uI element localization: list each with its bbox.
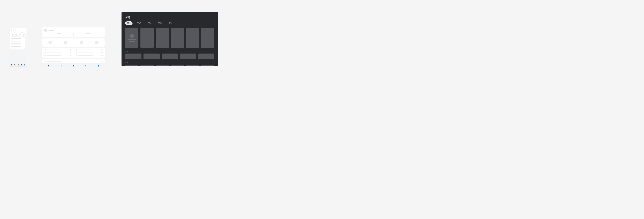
list-item[interactable] — [11, 40, 26, 40]
text-placeholder — [47, 52, 62, 53]
nav-tab-active[interactable]: 页签 — [24, 64, 25, 66]
text-placeholder — [47, 61, 62, 62]
circle-placeholder — [12, 34, 14, 36]
content-card[interactable] — [171, 28, 184, 48]
circle-placeholder — [15, 34, 17, 36]
tab-active[interactable]: 页签 — [125, 22, 132, 25]
nav-label: 页签 — [48, 66, 49, 67]
dot-icon — [76, 49, 77, 51]
text-placeholder — [12, 43, 21, 44]
content-card[interactable] — [140, 65, 154, 66]
tab[interactable]: 页签 — [156, 22, 164, 25]
nav-tab[interactable]: 页签 — [73, 65, 74, 67]
text-placeholder — [78, 56, 93, 56]
dot-icon — [11, 43, 12, 44]
list-item[interactable] — [44, 60, 102, 62]
nav-icon — [73, 65, 74, 66]
content-card[interactable] — [125, 28, 138, 48]
content-card[interactable] — [186, 65, 199, 66]
action-icon — [25, 41, 26, 42]
content-card[interactable] — [198, 54, 214, 59]
list-item[interactable] — [11, 46, 26, 47]
nav-tab[interactable]: 页签 — [11, 64, 12, 66]
circle-placeholder — [80, 41, 83, 44]
dot-icon — [76, 52, 77, 54]
text-placeholder — [12, 42, 21, 42]
content-card[interactable] — [201, 28, 214, 48]
nav-label: 页签 — [73, 66, 74, 67]
list-item[interactable] — [76, 52, 102, 54]
action-icon — [25, 40, 26, 40]
action-icon — [25, 48, 26, 48]
content-card[interactable] — [156, 65, 169, 66]
list-item[interactable] — [11, 41, 26, 42]
list-item[interactable] — [44, 52, 71, 54]
nav-tab[interactable]: 页签 — [21, 64, 22, 66]
dot-icon — [11, 48, 12, 48]
nav-tab[interactable]: 页签 — [48, 65, 49, 67]
nav-icon — [48, 65, 49, 66]
list-item[interactable] — [11, 38, 26, 39]
nav-tab[interactable]: 页签 — [18, 64, 19, 66]
content-card[interactable] — [201, 65, 214, 66]
list-item[interactable] — [11, 43, 26, 44]
nav-tab[interactable]: 页签 — [14, 64, 15, 66]
tabs: 页签 页签 页签 页签 页签 — [125, 22, 214, 25]
circle-placeholder — [64, 41, 68, 44]
content-card[interactable] — [171, 65, 184, 66]
list-item                                                                                                                                                                                                                                                                                                                                                                                                                                                                                                                                                                                                                                                                                                                                                                                                                                                                                                                                                                                                                                                                                                                                                                                                                                                                                                                                                                                                                                                                                                                                     [interactable] — [11, 48, 26, 48]
dot-icon — [76, 55, 77, 56]
nav-label: 页签 — [24, 65, 25, 66]
action-icon — [25, 43, 26, 44]
quick-actions — [42, 38, 104, 46]
mobile-wireframe: 页签 页签 页签 页签 页签 — [9, 27, 27, 66]
tab[interactable]: 页签 — [146, 22, 153, 25]
list-item[interactable] — [76, 55, 102, 56]
avatar-icon — [130, 34, 134, 38]
section-label: 页签 — [125, 50, 214, 52]
content-card[interactable] — [125, 65, 138, 66]
circle-placeholder — [23, 34, 25, 36]
list-item[interactable] — [44, 55, 71, 56]
action-icon — [25, 46, 26, 47]
action-icon — [70, 55, 71, 56]
stat-item — [18, 32, 26, 33]
action-icon — [102, 52, 102, 54]
nav-icon — [21, 64, 22, 65]
text-placeholder — [78, 50, 93, 50]
name-placeholder — [48, 30, 54, 31]
nav-icon — [24, 64, 25, 65]
card-row-large — [125, 28, 214, 48]
content-card[interactable] — [144, 54, 160, 59]
list-item[interactable] — [76, 49, 102, 51]
content-card[interactable] — [156, 28, 169, 48]
text-placeholder — [12, 40, 21, 40]
subtitle-placeholder — [129, 41, 135, 42]
avatar-icon — [44, 29, 47, 32]
title-placeholder — [128, 39, 136, 40]
nav-label: 页签 — [98, 66, 99, 67]
nav-tab-active[interactable]: 页签 — [98, 65, 99, 67]
content-card[interactable] — [125, 54, 142, 59]
stats-row — [11, 32, 26, 33]
name-placeholder — [13, 30, 16, 30]
profile-header — [11, 29, 26, 31]
card-row-small — [125, 54, 214, 59]
content-card[interactable] — [180, 54, 196, 59]
nav-tab[interactable]: 页签 — [85, 65, 86, 67]
circle-placeholder — [95, 41, 98, 44]
avatar-icon — [11, 29, 12, 31]
nav-label: 页签 — [18, 65, 18, 66]
nav-icon — [11, 64, 12, 65]
list-item[interactable] — [44, 49, 71, 51]
stat-item — [44, 33, 74, 36]
nav-tab[interactable]: 页签 — [60, 65, 62, 67]
nav-icon — [60, 65, 62, 66]
content-card[interactable] — [162, 54, 178, 59]
content-card[interactable] — [140, 28, 154, 48]
stat-item — [74, 33, 103, 36]
content-card[interactable] — [186, 28, 199, 48]
dot-icon — [11, 40, 12, 40]
tab[interactable]: 页签 — [167, 22, 174, 25]
tab[interactable]: 页签 — [136, 22, 143, 25]
